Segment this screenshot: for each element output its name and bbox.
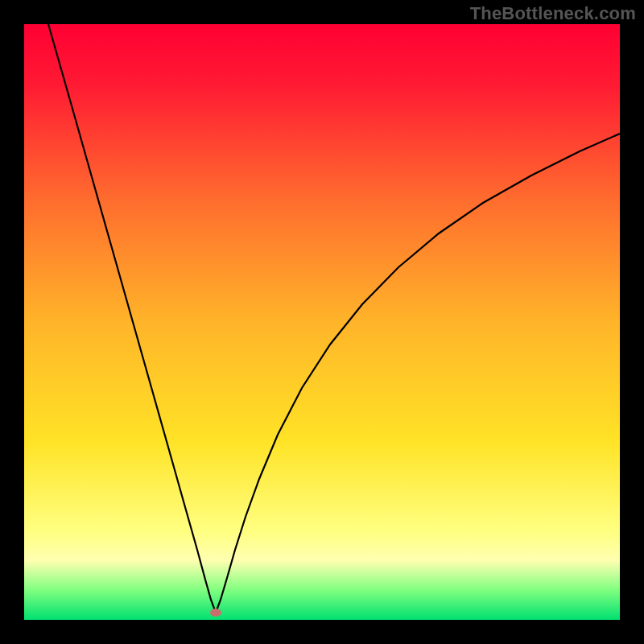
- watermark-text: TheBottleneck.com: [470, 3, 636, 24]
- chart-svg: [24, 24, 620, 620]
- minimum-point-marker: [210, 609, 221, 617]
- chart-plot-area: [24, 24, 620, 620]
- bottleneck-curve-path: [48, 24, 620, 613]
